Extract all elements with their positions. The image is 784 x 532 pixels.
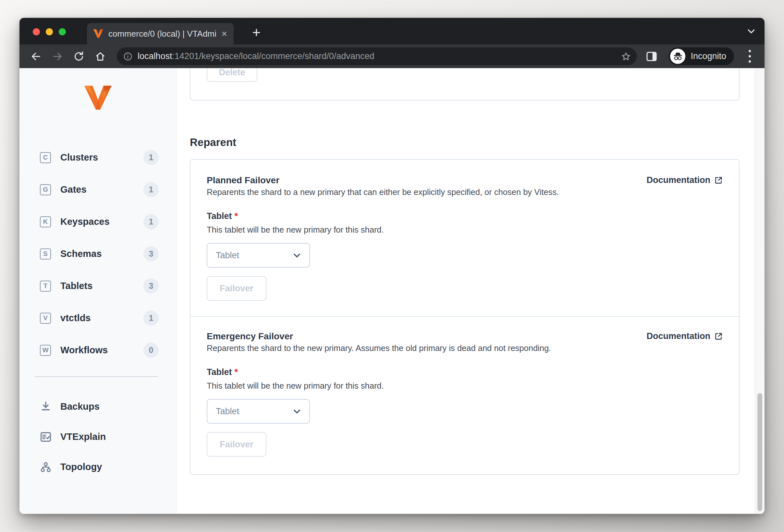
tablet-field-help: This tablet will be the new primary for …	[207, 225, 723, 235]
planned-failover-section: Planned Failover Documentation Reparents…	[207, 175, 723, 301]
topology-tree-icon	[40, 462, 52, 473]
sidebar-item-topology[interactable]: Topology	[20, 452, 176, 482]
count-badge: 1	[143, 150, 159, 165]
scrollbar-track[interactable]	[755, 68, 764, 514]
sidebar-item-label: Schemas	[60, 248, 102, 259]
sidebar-item-clusters[interactable]: C Clusters 1	[20, 142, 176, 174]
page-content: C Clusters 1 G Gates 1 K Keyspaces 1 S S…	[20, 68, 764, 514]
workflows-letter-icon: W	[40, 345, 51, 356]
sidebar-item-label: Topology	[60, 462, 102, 472]
sidebar-nav: C Clusters 1 G Gates 1 K Keyspaces 1 S S…	[20, 142, 176, 366]
sidebar: C Clusters 1 G Gates 1 K Keyspaces 1 S S…	[20, 68, 177, 514]
chevron-down-icon	[292, 407, 302, 416]
sidebar-item-label: vtctlds	[60, 313, 90, 323]
tablets-letter-icon: T	[40, 280, 51, 292]
close-window-button[interactable]	[33, 28, 40, 35]
tab-title: commerce/0 (local) | VTAdmin	[108, 29, 216, 39]
keyspaces-letter-icon: K	[40, 216, 51, 227]
sidebar-item-tablets[interactable]: T Tablets 3	[20, 270, 176, 302]
sidebar-item-backups[interactable]: Backups	[20, 391, 176, 422]
traffic-lights	[33, 28, 66, 35]
required-asterisk: *	[234, 211, 238, 221]
sidebar-item-schemas[interactable]: S Schemas 3	[20, 238, 176, 270]
vitess-logo	[84, 86, 112, 110]
count-badge: 3	[143, 246, 159, 262]
download-icon	[40, 401, 52, 412]
vtctlds-letter-icon: V	[40, 313, 51, 324]
planned-failover-documentation-link[interactable]: Documentation	[646, 175, 723, 185]
sidebar-item-label: Workflows	[60, 345, 108, 356]
emergency-failover-description: Reparents the shard to the new primary. …	[207, 344, 723, 353]
home-icon[interactable]	[91, 47, 110, 66]
tablet-field-help: This tablet will be the new primary for …	[207, 381, 723, 390]
side-panel-icon[interactable]	[646, 52, 657, 61]
count-badge: 1	[143, 182, 159, 197]
url-bar[interactable]: localhost:14201/keyspace/local/commerce/…	[117, 47, 637, 65]
tablet-field-label: Tablet*	[207, 367, 723, 377]
browser-tab[interactable]: commerce/0 (local) | VTAdmin ×	[87, 23, 234, 45]
sidebar-item-vtexplain[interactable]: VTExplain	[20, 422, 176, 452]
external-link-icon	[714, 176, 723, 184]
sidebar-item-vtctlds[interactable]: V vtctlds 1	[20, 302, 176, 334]
clusters-letter-icon: C	[40, 152, 51, 163]
emergency-tablet-select[interactable]: Tablet	[207, 399, 310, 424]
incognito-label: Incognito	[691, 51, 726, 61]
documentation-label: Documentation	[646, 331, 710, 341]
tab-search-chevron-icon[interactable]	[746, 26, 756, 37]
document-check-icon	[40, 432, 52, 442]
schemas-letter-icon: S	[40, 248, 51, 260]
chevron-down-icon	[292, 251, 302, 260]
browser-menu-icon[interactable]	[743, 50, 756, 63]
gates-letter-icon: G	[40, 184, 51, 195]
reparent-card: Planned Failover Documentation Reparents…	[190, 159, 739, 475]
sidebar-item-gates[interactable]: G Gates 1	[20, 174, 176, 206]
sidebar-divider	[35, 376, 158, 377]
browser-window: commerce/0 (local) | VTAdmin × + localho…	[20, 18, 764, 514]
emergency-failover-title: Emergency Failover	[207, 331, 293, 342]
sidebar-item-workflows[interactable]: W Workflows 0	[20, 334, 176, 366]
sidebar-item-label: Backups	[60, 401, 100, 412]
forward-icon[interactable]	[48, 47, 67, 66]
documentation-label: Documentation	[646, 175, 710, 185]
reload-icon[interactable]	[69, 47, 88, 66]
emergency-failover-button[interactable]: Failover	[207, 432, 267, 457]
sidebar-item-label: Clusters	[60, 152, 98, 163]
planned-tablet-select[interactable]: Tablet	[207, 243, 310, 268]
incognito-badge: Incognito	[669, 47, 734, 65]
incognito-icon	[670, 49, 685, 64]
sidebar-item-label: Gates	[60, 184, 87, 195]
required-asterisk: *	[234, 367, 238, 377]
zoom-window-button[interactable]	[59, 28, 66, 35]
external-link-icon	[714, 332, 723, 341]
delete-shard-card: Delete	[190, 68, 739, 100]
count-badge: 3	[143, 278, 159, 294]
vitess-favicon	[93, 29, 103, 38]
count-badge: 0	[143, 343, 159, 358]
reparent-heading: Reparent	[190, 136, 236, 149]
sidebar-item-label: Tablets	[60, 280, 92, 291]
tablet-field-label: Tablet*	[207, 211, 723, 221]
planned-failover-title: Planned Failover	[207, 175, 279, 185]
delete-button[interactable]: Delete	[207, 68, 257, 82]
tab-close-icon[interactable]: ×	[221, 29, 227, 39]
browser-toolbar: localhost:14201/keyspace/local/commerce/…	[20, 45, 764, 68]
minimize-window-button[interactable]	[46, 28, 53, 35]
sidebar-item-keyspaces[interactable]: K Keyspaces 1	[20, 206, 176, 238]
back-icon[interactable]	[27, 47, 46, 66]
url-host: localhost	[138, 51, 172, 61]
site-info-icon[interactable]	[123, 52, 132, 61]
url-text[interactable]: localhost:14201/keyspace/local/commerce/…	[138, 51, 617, 61]
new-tab-button[interactable]: +	[247, 23, 266, 42]
url-path: :14201/keyspace/local/commerce/shard/0/a…	[172, 51, 374, 61]
main-panel: Delete Reparent Planned Failover Documen…	[177, 68, 764, 514]
select-value: Tablet	[216, 250, 239, 261]
emergency-failover-section: Emergency Failover Documentation Reparen…	[207, 317, 723, 457]
planned-failover-description: Reparents the shard to a new primary tha…	[207, 187, 723, 197]
select-value: Tablet	[216, 407, 239, 416]
sidebar-item-label: VTExplain	[60, 432, 106, 442]
count-badge: 1	[143, 214, 159, 229]
bookmark-star-icon[interactable]	[621, 52, 631, 61]
emergency-failover-documentation-link[interactable]: Documentation	[646, 331, 723, 341]
scrollbar-thumb[interactable]	[757, 393, 762, 511]
planned-failover-button[interactable]: Failover	[207, 276, 267, 301]
